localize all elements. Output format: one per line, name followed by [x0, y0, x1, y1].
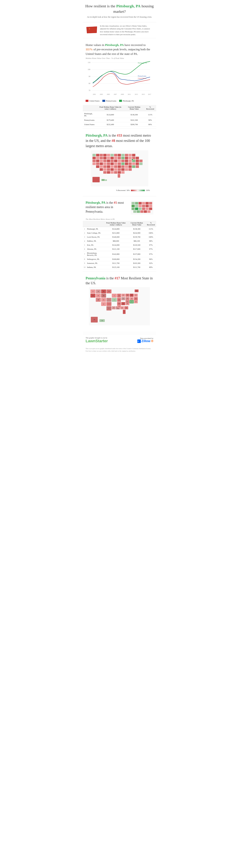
svg-rect-77 — [139, 162, 143, 165]
rank-num: 7 — [83, 251, 86, 257]
svg-rect-84 — [118, 165, 121, 168]
svg-text:27: 27 — [127, 298, 128, 300]
svg-rect-132 — [144, 210, 147, 213]
svg-text:7: 7 — [109, 299, 109, 301]
svg-rect-28 — [103, 154, 107, 156]
svg-rect-49 — [136, 157, 139, 159]
rank-33: #33 — [117, 133, 122, 137]
svg-rect-125 — [139, 208, 142, 210]
svg-rect-25 — [92, 154, 96, 156]
svg-text:34: 34 — [131, 298, 132, 300]
pa-state-icon — [86, 25, 98, 35]
svg-text:38: 38 — [103, 295, 104, 297]
svg-rect-102 — [114, 171, 117, 174]
metro-name: Indiana, PA — [86, 265, 104, 269]
recovery-pct: 111% — [86, 48, 93, 51]
svg-text:16: 16 — [118, 299, 120, 301]
svg-text:26: 26 — [121, 307, 123, 309]
row-current: $161,500 — [124, 118, 144, 122]
row-recovered: 90% — [144, 118, 156, 122]
svg-text:2: 2 — [114, 295, 115, 297]
svg-rect-38 — [96, 157, 99, 159]
svg-rect-71 — [118, 162, 121, 165]
svg-rect-34 — [125, 154, 128, 156]
svg-rect-89 — [136, 165, 139, 168]
svg-text:13: 13 — [123, 298, 124, 300]
peak-val: $88,000 — [104, 239, 128, 243]
pitt-name: Pittsburgh, PA — [86, 201, 106, 205]
legend-pitt: Pittsburgh, PA — [119, 100, 134, 102]
row-recovered: 111% — [144, 111, 156, 118]
rank-num: 3 — [83, 235, 86, 239]
row-current: $138,300 — [124, 111, 144, 118]
svg-rect-121 — [146, 205, 149, 207]
header: How resilient is the Pittsburgh, PA hous… — [83, 0, 156, 20]
svg-text:2011: 2011 — [128, 93, 131, 95]
svg-rect-56 — [114, 160, 117, 162]
svg-rect-72 — [121, 162, 125, 165]
svg-rect-57 — [118, 160, 121, 162]
state-section: Pennsylvania is the #17 Most Resilient S… — [83, 273, 156, 331]
ranked-table-row: 4 DuBois, PA $88,000 $86,100 98% — [83, 239, 156, 243]
svg-text:2005: 2005 — [107, 93, 110, 95]
svg-text:29: 29 — [127, 294, 128, 296]
svg-rect-119 — [139, 205, 142, 207]
svg-rect-129 — [133, 210, 137, 213]
svg-text:Pennsylvania: Pennsylvania — [138, 75, 146, 77]
svg-text:3: 3 — [109, 303, 109, 305]
intro-text: In this data visualization, we use Zillo… — [100, 25, 153, 36]
metro-name: Lock Haven, PA — [86, 235, 104, 239]
legend-pa-label: Pennsylvania — [106, 100, 116, 102]
svg-text:25: 25 — [126, 307, 127, 309]
svg-text:41: 41 — [98, 295, 99, 297]
peak-val: $140,000 — [104, 235, 128, 239]
current-val: $103,300 — [128, 261, 146, 265]
pa-rank-section: Pittsburgh, PA is the #1 most resilient … — [83, 198, 156, 218]
svg-rect-46 — [125, 157, 128, 159]
intro-box: In this data visualization, we use Zillo… — [83, 22, 156, 38]
svg-rect-86 — [125, 165, 128, 168]
resilient-table-label: The Most Resilient Metro Areas in PA — [83, 218, 156, 221]
ranked-table-row: 1 Pittsburgh, PA $124,800 $138,300 111% — [83, 227, 156, 231]
recovered-pct: 111% — [146, 227, 156, 231]
pa-map — [131, 200, 153, 215]
svg-rect-79 — [100, 165, 103, 168]
svg-rect-31 — [114, 154, 117, 156]
svg-rect-111 — [131, 202, 135, 205]
legend-us: United States — [86, 100, 99, 102]
svg-rect-37 — [92, 157, 96, 159]
rank-num: 8 — [83, 257, 86, 261]
svg-rect-35 — [128, 154, 132, 156]
svg-text:2001: 2001 — [93, 93, 96, 95]
svg-rect-117 — [131, 205, 135, 207]
svg-text:6: 6 — [109, 308, 109, 309]
col-peak-h: Peak Median Home Value (today's dollars) — [104, 221, 128, 227]
rank-num: 10 — [83, 265, 86, 269]
subtitle: An in-depth look at how the region has r… — [85, 16, 154, 18]
svg-rect-116 — [149, 202, 152, 205]
svg-rect-133 — [147, 210, 150, 213]
svg-rect-33 — [121, 154, 125, 156]
svg-rect-81 — [107, 165, 110, 168]
svg-rect-105 — [118, 174, 120, 178]
scale-150: 150% — [146, 189, 150, 191]
svg-rect-75 — [132, 162, 136, 165]
svg-rect-112 — [135, 202, 138, 205]
metro-name: Erie, PA — [86, 243, 104, 247]
svg-rect-120 — [142, 205, 145, 207]
svg-rect-113 — [139, 202, 142, 205]
svg-rect-80 — [103, 165, 107, 168]
svg-rect-54 — [107, 160, 110, 162]
svg-rect-45 — [121, 157, 125, 159]
title-prefix: How resilient is the — [85, 4, 116, 8]
disclaimer: This is an open access graphic distribut… — [83, 346, 156, 354]
svg-rect-82 — [111, 165, 114, 168]
ranked-table-row: 3 Lock Haven, PA $140,000 $139,700 100% — [83, 235, 156, 239]
svg-rect-94 — [114, 168, 117, 171]
row-name: Pittsburgh, PA — [83, 111, 96, 118]
current-val: $111,700 — [128, 265, 146, 269]
state-heading: Pennsylvania is the #17 Most Resilient S… — [86, 276, 153, 285]
current-val: $224,900 — [128, 231, 146, 235]
svg-text:1: 1 — [114, 299, 115, 301]
current-val: $117,600 — [128, 247, 146, 251]
